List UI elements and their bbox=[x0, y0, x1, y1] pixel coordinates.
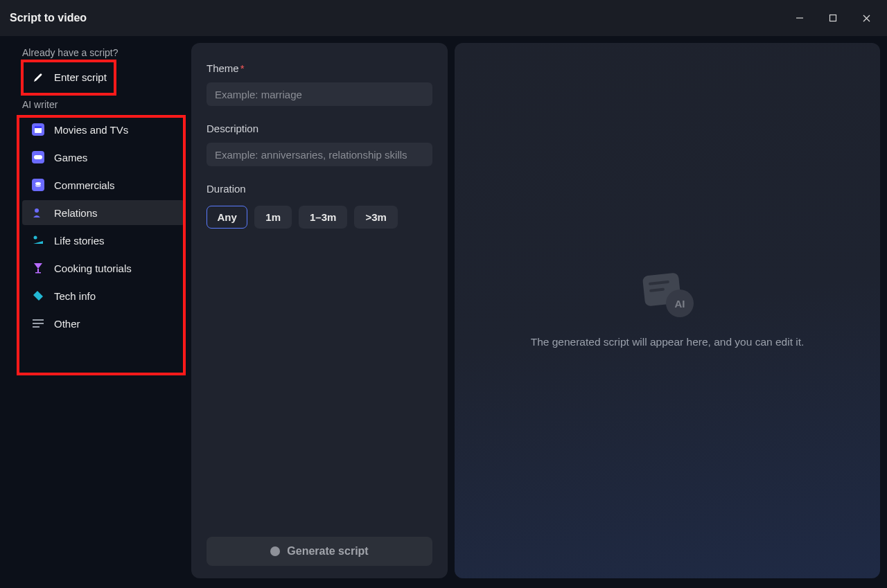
sidebar-item-movies-and-tvs[interactable]: Movies and TVs bbox=[22, 117, 184, 142]
sidebar-item-label: Tech info bbox=[54, 290, 96, 302]
enter-script-label: Enter script bbox=[54, 71, 107, 83]
minimize-icon bbox=[796, 14, 804, 22]
svg-rect-1 bbox=[830, 15, 836, 21]
sidebar-item-label: Cooking tutorials bbox=[54, 262, 132, 274]
enter-script-button[interactable]: Enter script bbox=[22, 65, 184, 89]
cocktail-icon bbox=[32, 262, 44, 274]
window-controls bbox=[784, 7, 881, 29]
person-icon bbox=[32, 206, 44, 219]
duration-options: Any1m1–3m>3m bbox=[207, 206, 432, 229]
svg-rect-4 bbox=[35, 127, 42, 133]
form-panel: Theme* Description Duration Any1m1–3m>3m… bbox=[191, 43, 448, 578]
required-marker: * bbox=[240, 62, 245, 74]
maximize-button[interactable] bbox=[818, 7, 848, 29]
tag-icon bbox=[32, 289, 44, 302]
minimize-button[interactable] bbox=[784, 7, 815, 29]
generate-script-button[interactable]: Generate script bbox=[207, 537, 432, 566]
close-button[interactable] bbox=[851, 7, 881, 29]
sidebar-item-games[interactable]: Games bbox=[22, 145, 184, 170]
section-script: Already have a script? bbox=[22, 47, 184, 58]
ai-writer-list: Movies and TVsGamesCommercialsRelationsL… bbox=[22, 117, 184, 336]
section-ai-writer: AI writer bbox=[22, 99, 184, 110]
maximize-icon bbox=[829, 14, 837, 22]
svg-rect-14 bbox=[33, 323, 44, 324]
pencil-icon bbox=[32, 72, 44, 83]
title-bar: Script to video bbox=[0, 0, 887, 36]
svg-rect-15 bbox=[33, 326, 39, 328]
svg-rect-6 bbox=[34, 155, 42, 159]
sidebar: Already have a script? Enter script AI w… bbox=[10, 43, 184, 578]
sidebar-item-tech-info[interactable]: Tech info bbox=[22, 283, 184, 308]
clapboard-icon bbox=[32, 123, 44, 136]
duration-option-1m[interactable]: 1m bbox=[254, 206, 292, 229]
sidebar-item-cooking-tutorials[interactable]: Cooking tutorials bbox=[22, 256, 184, 280]
duration-option-13m[interactable]: 1–3m bbox=[299, 206, 347, 229]
ai-badge-icon: AI bbox=[666, 289, 694, 317]
svg-rect-13 bbox=[33, 319, 44, 321]
sidebar-item-label: Life stories bbox=[54, 235, 105, 247]
description-input[interactable] bbox=[207, 143, 432, 166]
sunbath-icon bbox=[32, 234, 44, 247]
sidebar-item-label: Other bbox=[54, 318, 80, 330]
coins-icon bbox=[32, 179, 44, 191]
spinner-icon bbox=[270, 546, 280, 556]
svg-point-9 bbox=[35, 208, 39, 213]
generate-label: Generate script bbox=[287, 545, 368, 558]
svg-rect-11 bbox=[37, 269, 39, 272]
placeholder-graphic: AI bbox=[640, 270, 695, 319]
svg-point-10 bbox=[34, 236, 37, 240]
sidebar-item-label: Games bbox=[54, 152, 87, 163]
theme-input[interactable] bbox=[207, 82, 432, 106]
sidebar-item-label: Relations bbox=[54, 207, 98, 219]
sidebar-item-relations[interactable]: Relations bbox=[22, 200, 184, 225]
list-icon bbox=[32, 317, 44, 330]
svg-rect-5 bbox=[35, 126, 42, 128]
theme-label: Theme* bbox=[207, 62, 432, 74]
sidebar-item-commercials[interactable]: Commercials bbox=[22, 172, 184, 197]
sidebar-item-life-stories[interactable]: Life stories bbox=[22, 228, 184, 253]
duration-label: Duration bbox=[207, 183, 432, 195]
duration-option-3m[interactable]: >3m bbox=[354, 206, 397, 229]
sidebar-item-other[interactable]: Other bbox=[22, 311, 184, 336]
window-title: Script to video bbox=[10, 12, 87, 24]
sidebar-item-label: Movies and TVs bbox=[54, 124, 128, 136]
sidebar-item-label: Commercials bbox=[54, 179, 115, 191]
duration-option-any[interactable]: Any bbox=[207, 206, 247, 229]
svg-point-8 bbox=[35, 184, 41, 187]
svg-rect-12 bbox=[35, 272, 41, 274]
gamepad-icon bbox=[32, 151, 44, 163]
preview-panel: AI The generated script will appear here… bbox=[455, 43, 880, 578]
description-label: Description bbox=[207, 123, 432, 134]
preview-empty-text: The generated script will appear here, a… bbox=[531, 334, 805, 350]
close-icon bbox=[862, 14, 871, 23]
